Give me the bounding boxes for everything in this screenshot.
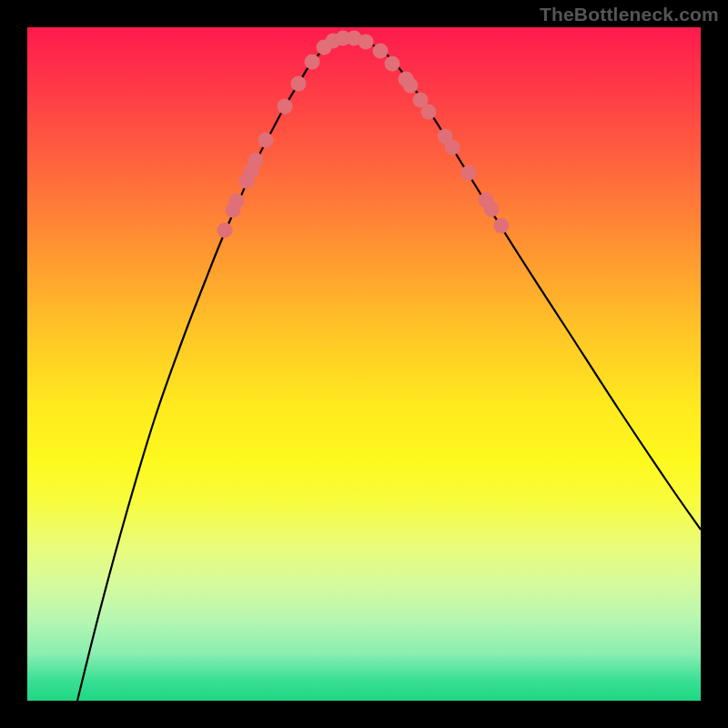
data-point [445, 140, 460, 156]
data-point [359, 35, 374, 50]
data-point [494, 218, 510, 234]
data-point [373, 44, 389, 59]
chart-svg [27, 27, 701, 701]
data-point [385, 56, 400, 72]
data-point [278, 99, 293, 115]
data-point [421, 105, 437, 120]
data-point [229, 194, 245, 209]
data-point-markers [217, 31, 510, 238]
data-point [248, 153, 264, 168]
plot-area [27, 27, 701, 701]
watermark-text: TheBottleneck.com [540, 4, 719, 25]
data-point [403, 78, 419, 94]
outer-frame: TheBottleneck.com [0, 0, 728, 728]
data-point [305, 55, 320, 70]
data-point [258, 133, 274, 148]
data-point [461, 166, 477, 181]
data-point [291, 76, 307, 92]
data-point [217, 223, 233, 238]
data-point [484, 202, 500, 217]
v-curve-path [77, 38, 701, 701]
